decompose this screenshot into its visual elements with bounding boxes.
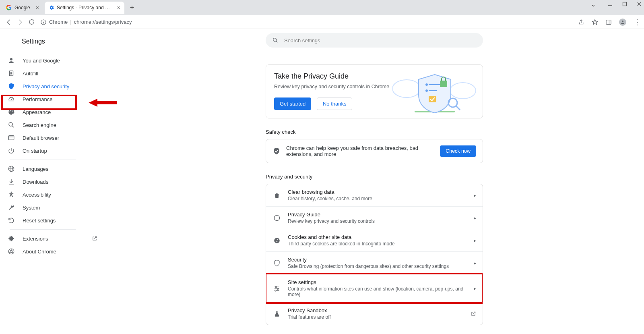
sidebar-item-label: Performance — [23, 96, 52, 102]
tab-google[interactable]: Google × — [2, 2, 43, 14]
sidebar-item-languages[interactable]: Languages — [0, 162, 105, 175]
tab-label: Settings - Privacy and security — [57, 5, 111, 10]
accessibility-icon — [7, 191, 15, 199]
privacy-guide-card: Take the Privacy Guide Review key privac… — [266, 64, 483, 118]
tab-close-icon[interactable]: × — [36, 4, 39, 11]
svg-rect-46 — [440, 81, 447, 87]
svg-point-5 — [43, 21, 44, 21]
row-site-settings[interactable]: Site settingsControls what information s… — [266, 274, 483, 303]
sidebar-item-system[interactable]: System — [0, 201, 105, 214]
row-sub: Third-party cookies are blocked in Incog… — [288, 241, 474, 247]
svg-line-34 — [9, 252, 10, 253]
globe-icon — [7, 165, 15, 173]
svg-point-10 — [622, 21, 623, 22]
row-cookies[interactable]: Cookies and other site dataThird-party c… — [266, 229, 483, 252]
chrome-menu-icon[interactable]: ⋮ — [634, 18, 641, 27]
sidebar-item-label: On startup — [23, 148, 47, 154]
row-privacy-sandbox[interactable]: Privacy SandboxTrial features are off — [266, 303, 483, 325]
svg-line-38 — [276, 41, 278, 43]
sidebar-item-label: Default browser — [23, 135, 59, 141]
restore-icon — [7, 216, 15, 224]
sidebar-item-on-startup[interactable]: On startup — [0, 144, 105, 157]
google-g-icon — [6, 4, 12, 11]
row-clear-browsing-data[interactable]: Clear browsing dataClear history, cookie… — [266, 184, 483, 207]
row-sub: Trial features are off — [288, 314, 471, 320]
row-security[interactable]: SecuritySafe Browsing (protection from d… — [266, 252, 483, 274]
sidebar-item-appearance[interactable]: Appearance — [0, 106, 105, 118]
svg-rect-1 — [623, 2, 627, 6]
window-minimize-icon[interactable] — [608, 2, 613, 6]
share-icon[interactable] — [578, 19, 584, 25]
settings-search-input[interactable] — [284, 37, 477, 44]
row-title: Privacy Sandbox — [288, 307, 471, 313]
row-title: Security — [288, 257, 474, 263]
sidebar-item-default-browser[interactable]: Default browser — [0, 131, 105, 144]
site-info-icon[interactable] — [40, 19, 47, 25]
power-icon — [7, 147, 15, 155]
svg-point-48 — [448, 98, 457, 107]
svg-point-63 — [277, 288, 279, 289]
no-thanks-button[interactable]: No thanks — [317, 98, 353, 110]
safety-check-card: Chrome can help keep you safe from data … — [266, 139, 483, 163]
svg-point-18 — [10, 111, 10, 112]
window-titlebar: Google × Settings - Privacy and security… — [0, 0, 644, 15]
omnibox-url: chrome://settings/privacy — [74, 19, 132, 25]
svg-point-32 — [10, 250, 12, 252]
sidebar-item-accessibility[interactable]: Accessibility — [0, 188, 105, 201]
sidebar-item-about-chrome[interactable]: About Chrome — [0, 245, 105, 258]
chevron-right-icon: ▸ — [474, 238, 476, 243]
shield-check-icon — [272, 147, 281, 155]
window-close-icon[interactable] — [637, 2, 642, 6]
sidebar-item-autofill[interactable]: Autofill — [0, 67, 105, 80]
svg-point-39 — [392, 80, 421, 98]
search-icon — [272, 37, 279, 44]
sidebar-item-label: Appearance — [23, 109, 51, 115]
external-link-icon — [92, 236, 97, 241]
clipboard-icon — [7, 69, 15, 77]
profile-avatar-icon[interactable] — [619, 19, 626, 26]
external-link-icon — [471, 311, 476, 317]
row-sub: Safe Browsing (protection from dangerous… — [288, 263, 474, 269]
side-panel-icon[interactable] — [605, 19, 612, 25]
tab-close-icon[interactable]: × — [117, 4, 120, 11]
window-maximize-icon[interactable] — [622, 2, 628, 6]
get-started-button[interactable]: Get started — [274, 98, 311, 110]
nav-back-button[interactable] — [3, 17, 14, 28]
svg-point-55 — [274, 238, 280, 243]
sidebar-item-performance[interactable]: Performance — [0, 93, 105, 106]
tab-settings-active[interactable]: Settings - Privacy and security × — [45, 2, 124, 14]
sidebar-item-you-and-google[interactable]: You and Google — [0, 54, 105, 67]
sidebar-item-extensions[interactable]: Extensions — [0, 232, 105, 245]
sidebar-item-privacy-security[interactable]: Privacy and security — [0, 80, 105, 93]
row-sub: Clear history, cookies, cache, and more — [288, 196, 474, 201]
row-privacy-guide[interactable]: Privacy GuideReview key privacy and secu… — [266, 207, 483, 229]
sidebar-item-search-engine[interactable]: Search engine — [0, 118, 105, 131]
new-tab-button[interactable]: + — [127, 2, 137, 13]
tabs-overflow-chevron-icon[interactable] — [591, 3, 596, 8]
chevron-right-icon: ▸ — [474, 215, 476, 221]
nav-forward-button[interactable] — [14, 17, 26, 28]
svg-point-20 — [12, 110, 12, 111]
sidebar-item-label: Downloads — [23, 179, 48, 185]
row-sub: Controls what information sites can use … — [288, 286, 474, 297]
safety-check-label: Safety check — [266, 129, 483, 135]
sidebar-item-reset-settings[interactable]: Reset settings — [0, 214, 105, 227]
svg-line-35 — [12, 252, 14, 253]
palette-icon — [7, 108, 15, 116]
bookmark-star-icon[interactable] — [592, 19, 598, 25]
sidebar-item-downloads[interactable]: Downloads — [0, 175, 105, 188]
sidebar-item-label: Extensions — [23, 236, 48, 242]
wrench-icon — [7, 203, 15, 212]
nav-reload-button[interactable] — [26, 17, 37, 28]
svg-line-49 — [456, 106, 460, 110]
svg-rect-24 — [8, 136, 14, 140]
shield-icon — [272, 259, 281, 267]
settings-search[interactable] — [266, 33, 483, 48]
svg-rect-47 — [429, 96, 436, 102]
check-now-button[interactable]: Check now — [440, 145, 476, 157]
svg-point-61 — [275, 286, 277, 287]
svg-point-22 — [9, 122, 12, 126]
omnibox[interactable]: Chrome | chrome://settings/privacy — [40, 19, 132, 25]
svg-rect-6 — [43, 22, 43, 23]
cookie-icon — [272, 237, 281, 244]
